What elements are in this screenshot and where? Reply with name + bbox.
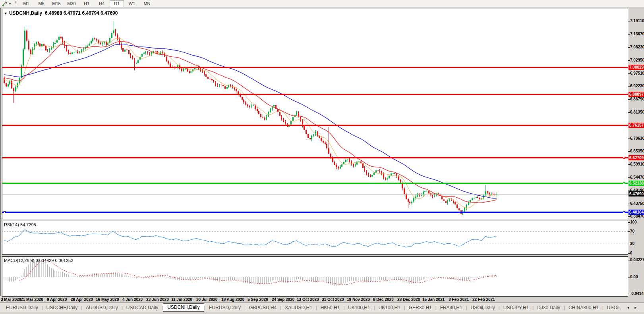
timeframe-button-m30[interactable]: M30 — [64, 0, 79, 7]
symbol-tab-china300-h1[interactable]: CHINA300,H1 — [565, 304, 602, 312]
price-tick-6.54470: 6.54470 — [630, 175, 644, 179]
macd-tick-0.042275: 0.042275 — [630, 258, 644, 262]
price-tick-6.81350: 6.81350 — [630, 110, 644, 114]
date-label-21-Mar-2020: 21 Mar 2020 — [21, 297, 43, 302]
date-label-3-Feb-2021: 3 Feb 2021 — [449, 297, 469, 302]
hline-handle-right-6.40104[interactable] — [623, 211, 625, 213]
symbol-tab-uk100-h1[interactable]: UK100,H1 — [344, 304, 373, 312]
hline-handle-right-6.62709[interactable] — [623, 157, 625, 159]
chart-ohlc-values: 6.46988 6.47971 6.46794 6.47690 — [45, 10, 118, 16]
price-tick-6.97510: 6.97510 — [630, 71, 644, 75]
hline-6.52138[interactable] — [2, 183, 628, 184]
chart-dropdown-icon[interactable]: ▼ — [4, 12, 8, 15]
date-label-30-Jul-2020: 30 Jul 2020 — [196, 297, 217, 302]
price-tick-6.43750-tick — [628, 204, 630, 204]
symbol-tab-eurusd-daily[interactable]: EURUSD,Daily — [205, 304, 244, 312]
timeframe-button-mn[interactable]: MN — [140, 0, 154, 7]
timeframe-button-h4[interactable]: H4 — [95, 0, 109, 7]
candlestick-canvas[interactable] — [2, 9, 628, 219]
date-label-28-Dec-2020: 28 Dec 2020 — [397, 297, 420, 302]
symbol-tab-uk100-h1[interactable]: UK100,H1 — [375, 304, 404, 312]
symbol-tab-bar: EURUSD,Daily|USDCHF,Daily|AUDUSD,Daily|U… — [0, 302, 644, 312]
hline-6.76157[interactable] — [2, 125, 628, 126]
macd-canvas[interactable] — [2, 257, 628, 296]
date-label-24-Sep-2020: 24 Sep 2020 — [272, 297, 294, 302]
date-label-28-Apr-2020: 28 Apr 2020 — [71, 297, 93, 302]
symbol-tab-xauusd-h1[interactable]: XAUUSD,H1 — [281, 304, 316, 312]
date-label-8-Dec-2020: 8 Dec 2020 — [373, 297, 394, 302]
symbol-tab-dj30-daily[interactable]: DJ30,Daily — [534, 304, 564, 312]
top-toolbar: ▾ M1M5M15M30H1H4D1W1MN — [0, 0, 644, 8]
tab-scroll-right-icon[interactable]: ► — [632, 306, 639, 310]
timeframe-button-h1[interactable]: H1 — [79, 0, 94, 7]
macd-tick--0.04148: -0.04148 — [630, 291, 644, 296]
indicator-dropdown-caret[interactable]: ▾ — [9, 2, 11, 6]
timeframe-button-w1[interactable]: W1 — [125, 0, 139, 7]
symbol-tab-hk50-h1[interactable]: HK50,H1 — [317, 304, 344, 312]
date-label-15-Jan-2021: 15 Jan 2021 — [422, 297, 445, 302]
symbol-tab-usoil-daily[interactable]: USOil,Daily — [467, 304, 499, 312]
hline-6.88897[interactable] — [2, 94, 628, 95]
hline-6.40104[interactable] — [2, 212, 628, 213]
macd-tick-0.042275-tick — [628, 260, 630, 260]
rsi-canvas[interactable] — [2, 221, 628, 254]
date-label-5-Sep-2020: 5 Sep 2020 — [248, 297, 268, 302]
price-tick-6.70630-tick — [628, 139, 630, 139]
price-tick-7.08230-tick — [628, 47, 630, 48]
price-tick-7.19110: 7.19110 — [630, 19, 644, 23]
rsi-indicator-name: RSI(14) — [4, 222, 19, 227]
price-tick-7.13670: 7.13670 — [630, 32, 644, 36]
symbol-tab-usdcnh-daily[interactable]: USDCNH,Daily — [163, 303, 204, 312]
date-label-9-Apr-2020: 9 Apr 2020 — [47, 297, 67, 302]
price-tick-6.43750: 6.43750 — [630, 201, 644, 206]
line-studies-icon[interactable]: ▾ — [2, 1, 12, 7]
timeframe-button-m5[interactable]: M5 — [34, 0, 48, 7]
date-label-22-Feb-2021: 22 Feb 2021 — [472, 297, 495, 302]
symbol-tab-eurusd-daily[interactable]: EURUSD,Daily — [2, 304, 42, 312]
symbol-tab-audusd-daily[interactable]: AUDUSD,Daily — [82, 304, 122, 312]
symbol-tab-usdjpy-h1[interactable]: USDJPY,H1 — [500, 304, 532, 312]
macd-indicator-name: MACD(12,26,9) — [4, 258, 34, 263]
hline-price-label-6.62709: 6.62709 — [629, 155, 644, 160]
price-tick-7.08230: 7.08230 — [630, 45, 644, 49]
toolbar-grip[interactable] — [15, 1, 16, 6]
hline-price-label-6.88897: 6.88897 — [629, 92, 644, 97]
macd-current-values: 0.004629 0.001252 — [35, 258, 73, 263]
date-label-31-Oct-2020: 31 Oct 2020 — [322, 297, 344, 302]
timeframe-button-m15[interactable]: M15 — [49, 0, 64, 7]
date-label-11-Jul-2020: 11 Jul 2020 — [171, 297, 192, 302]
rsi-tick-100: 100 — [630, 220, 637, 224]
date-label-16-May-2020: 16 May 2020 — [96, 297, 119, 302]
chart-title: ▼USDCNH,Daily 6.46988 6.47971 6.46794 6.… — [4, 10, 118, 16]
price-tick-6.38470-tick — [628, 216, 630, 217]
hline-price-label-6.40104: 6.40104 — [629, 210, 644, 215]
hline-6.62709[interactable] — [2, 157, 628, 158]
rsi-pane[interactable]: RSI(14) 54.7295 — [2, 221, 628, 255]
hline-handle-right-6.52138[interactable] — [623, 182, 625, 184]
tab-scroll-left-icon[interactable]: ◄ — [625, 306, 632, 310]
trading-terminal: { "toolbar": { "indicator_dropdown_caret… — [0, 0, 644, 314]
timeframe-button-d1[interactable]: D1 — [110, 0, 124, 7]
hline-price-label-6.52138: 6.52138 — [629, 181, 644, 186]
macd-pane[interactable]: MACD(12,26,9) 0.004629 0.001252 — [2, 256, 628, 297]
date-label-3-Mar-2020: 3 Mar 2020 — [1, 297, 21, 302]
bottom-strip — [0, 312, 644, 314]
symbol-tab-usdchf-daily[interactable]: USDCHF,Daily — [43, 304, 81, 312]
symbol-tab-fra40-h1[interactable]: FRA40,H1 — [437, 304, 466, 312]
price-tick-6.49190-tick — [628, 191, 630, 191]
price-tick-6.65350: 6.65350 — [630, 149, 644, 153]
symbol-tab-gbpusd-h4[interactable]: GBPUSD,H4 — [246, 304, 280, 312]
hline-handle-left-6.40104[interactable] — [4, 211, 6, 213]
rsi-tick-30-tick — [628, 244, 630, 244]
timeframe-button-m1[interactable]: M1 — [19, 0, 33, 7]
current-price-label: 6.47690 — [629, 191, 644, 196]
symbol-tab-usdcad-daily[interactable]: USDCAD,Daily — [123, 304, 162, 312]
symbol-tab-usoil-[interactable]: USOil, — [603, 304, 625, 312]
main-chart-pane[interactable]: ▼USDCNH,Daily 6.46988 6.47971 6.46794 6.… — [2, 9, 628, 219]
window-edge — [0, 8, 1, 296]
symbol-tab-ger30-h1[interactable]: GER30,H1 — [405, 304, 435, 312]
current-price-line — [2, 194, 628, 195]
macd-tick-0.00-tick — [628, 277, 630, 277]
hline-7.00029[interactable] — [2, 67, 628, 68]
price-tick-6.59910-tick — [628, 164, 630, 165]
